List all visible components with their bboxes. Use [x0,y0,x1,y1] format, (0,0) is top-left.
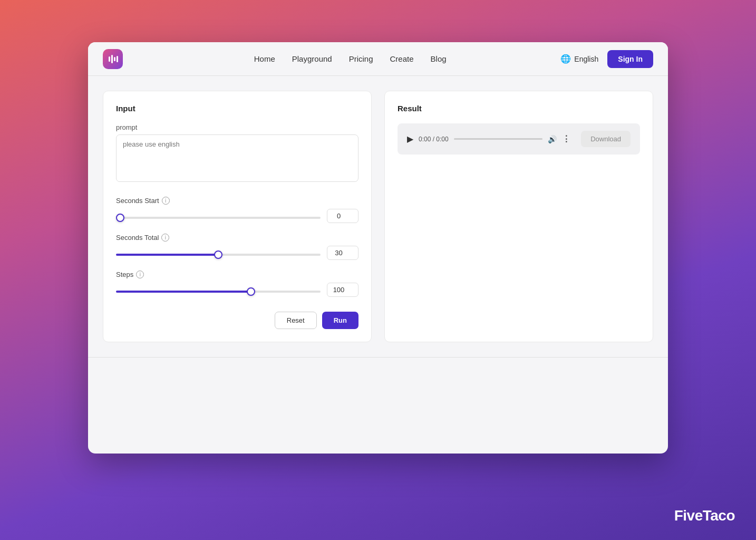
nav-home[interactable]: Home [254,54,275,63]
seconds-total-label: Seconds Total i [116,234,358,242]
watermark: FiveTaco [674,507,735,524]
seconds-total-info-icon: i [161,234,169,242]
play-button[interactable]: ▶ [407,134,413,144]
seconds-total-slider[interactable] [116,254,321,256]
nav-create[interactable]: Create [390,54,414,63]
steps-value[interactable]: 100 [327,283,358,297]
seconds-start-value[interactable]: 0 [327,209,358,223]
run-button[interactable]: Run [322,312,358,329]
svg-rect-3 [117,56,118,62]
seconds-total-value[interactable]: 30 [327,246,358,260]
audio-time: 0:00 / 0:00 [419,136,449,143]
steps-slider-wrapper [116,285,321,295]
audio-progress-bar[interactable] [454,138,542,140]
seconds-total-row: 30 [116,246,358,260]
input-panel: Input prompt Seconds Start i 0 [103,91,372,342]
globe-icon: 🌐 [560,54,571,64]
seconds-start-section: Seconds Start i 0 [116,197,358,223]
prompt-textarea[interactable] [116,134,358,182]
steps-section: Steps i 100 [116,271,358,297]
result-panel: Result ▶ 0:00 / 0:00 🔊 ⋮ Download [384,91,653,342]
more-options-icon[interactable]: ⋮ [562,134,570,144]
input-panel-title: Input [116,104,358,113]
svg-rect-2 [114,57,115,61]
action-buttons: Reset Run [116,312,358,329]
main-content: Input prompt Seconds Start i 0 [88,76,668,357]
audio-player: ▶ 0:00 / 0:00 🔊 ⋮ Download [398,123,640,155]
seconds-start-slider[interactable] [116,217,321,219]
volume-icon[interactable]: 🔊 [548,135,557,143]
steps-row: 100 [116,283,358,297]
svg-rect-0 [109,56,110,62]
seconds-start-label: Seconds Start i [116,197,358,205]
steps-label: Steps i [116,271,358,278]
seconds-total-section: Seconds Total i 30 [116,234,358,260]
footer [88,357,668,389]
seconds-start-info-icon: i [162,197,170,205]
logo-icon [103,49,123,69]
download-button[interactable]: Download [581,131,631,147]
nav-playground[interactable]: Playground [292,54,332,63]
reset-button[interactable]: Reset [275,312,317,329]
nav-right: 🌐 English Spanish French Sign In [560,50,653,68]
nav-pricing[interactable]: Pricing [349,54,373,63]
prompt-label: prompt [116,123,358,131]
result-panel-title: Result [398,104,640,113]
steps-slider[interactable] [116,291,321,293]
steps-info-icon: i [136,271,144,278]
app-container: Home Playground Pricing Create Blog 🌐 En… [88,42,668,454]
logo [103,49,123,69]
seconds-start-row: 0 [116,209,358,223]
nav-links: Home Playground Pricing Create Blog [140,54,560,63]
svg-rect-1 [111,55,113,63]
language-dropdown[interactable]: English Spanish French [574,55,601,63]
navbar: Home Playground Pricing Create Blog 🌐 En… [88,42,668,76]
seconds-start-slider-wrapper [116,211,321,221]
language-selector[interactable]: 🌐 English Spanish French [560,54,601,64]
sign-in-button[interactable]: Sign In [607,50,653,68]
seconds-total-slider-wrapper [116,248,321,258]
nav-blog[interactable]: Blog [431,54,447,63]
